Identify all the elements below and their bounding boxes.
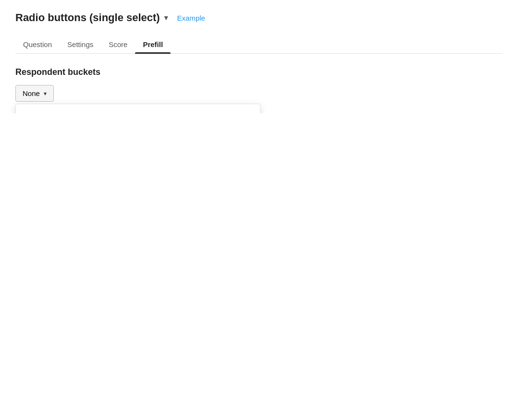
tab-score[interactable]: Score: [101, 36, 135, 53]
menu-item-none-label: None: [25, 113, 43, 113]
title-text: Radio buttons (single select): [15, 12, 160, 24]
header: Radio buttons (single select) ▼ Example: [15, 12, 503, 24]
tab-prefill[interactable]: Prefill: [135, 36, 171, 53]
dropdown-button[interactable]: None ▾: [15, 85, 54, 102]
section-title: Respondent buckets: [15, 67, 503, 77]
menu-item-none[interactable]: None: [16, 104, 260, 113]
page-wrapper: Radio buttons (single select) ▼ Example …: [0, 0, 518, 113]
dropdown-button-arrow: ▾: [44, 90, 47, 97]
example-link[interactable]: Example: [177, 14, 205, 22]
tab-settings[interactable]: Settings: [60, 36, 101, 53]
respondent-buckets-dropdown: None ▾ None Fixed Text ▶ Contact ▶ Custo…: [15, 85, 54, 102]
title-dropdown-arrow[interactable]: ▼: [163, 14, 170, 22]
dropdown-button-label: None: [23, 89, 40, 97]
page-title: Radio buttons (single select) ▼: [15, 12, 170, 24]
tabs-bar: Question Settings Score Prefill: [15, 36, 503, 54]
dropdown-menu: None Fixed Text ▶ Contact ▶ Custom field…: [15, 104, 260, 113]
tab-question[interactable]: Question: [15, 36, 60, 53]
